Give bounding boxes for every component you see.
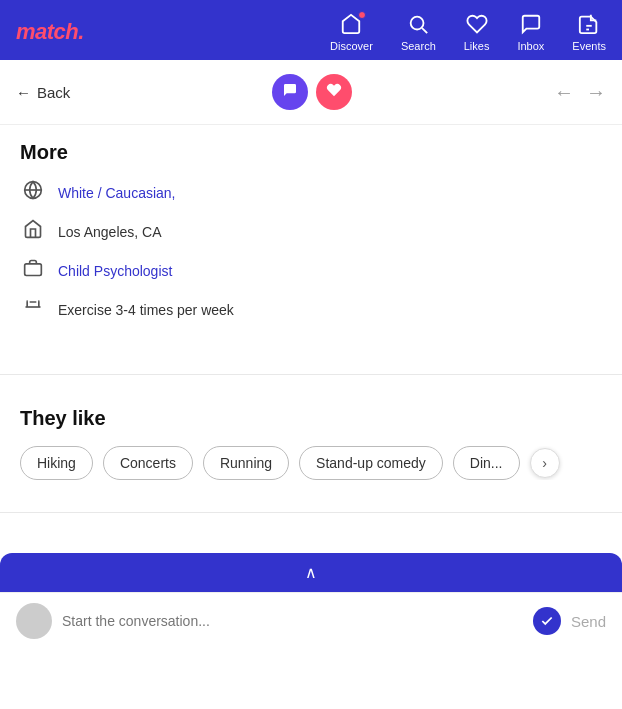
prev-button[interactable]: ← — [554, 81, 574, 104]
likes-icon — [466, 13, 488, 38]
exercise-icon — [20, 297, 46, 322]
nav-discover[interactable]: Discover — [330, 13, 373, 52]
section-divider — [0, 374, 622, 375]
chat-collapse-bar[interactable]: ∧ — [0, 553, 622, 592]
message-input-bar: Send — [0, 592, 622, 649]
svg-point-0 — [411, 16, 424, 29]
ethnicity-row: White / Caucasian, — [20, 180, 602, 205]
like-button[interactable] — [316, 74, 352, 110]
inbox-icon — [520, 13, 542, 38]
discover-icon — [340, 17, 362, 39]
svg-point-10 — [38, 300, 40, 302]
top-navigation: match. Discover Search — [0, 0, 622, 60]
interest-concerts: Concerts — [103, 446, 193, 480]
nav-search[interactable]: Search — [401, 13, 436, 52]
occupation-text: Child Psychologist — [58, 263, 172, 279]
notification-dot — [358, 11, 366, 19]
section-divider-2 — [0, 512, 622, 513]
chat-icon — [282, 82, 298, 102]
chat-button[interactable] — [272, 74, 308, 110]
app-logo: match. — [16, 19, 84, 45]
bottom-section: ∧ Send — [0, 553, 622, 649]
scroll-interests-right[interactable]: › — [530, 448, 560, 478]
occupation-row: Child Psychologist — [20, 258, 602, 283]
they-like-title: They like — [20, 407, 602, 430]
search-icon — [407, 13, 429, 38]
nav-events[interactable]: Events — [572, 13, 606, 52]
interest-standup: Stand-up comedy — [299, 446, 443, 480]
nav-inbox[interactable]: Inbox — [517, 13, 544, 52]
action-buttons — [272, 74, 352, 110]
job-icon — [20, 258, 46, 283]
svg-line-1 — [422, 28, 427, 33]
send-button[interactable]: Send — [571, 613, 606, 630]
interests-list: Hiking Concerts Running Stand-up comedy … — [20, 446, 602, 480]
interest-running: Running — [203, 446, 289, 480]
globe-icon — [20, 180, 46, 205]
exercise-text: Exercise 3-4 times per week — [58, 302, 234, 318]
back-bar: ← Back ← → — [0, 60, 622, 125]
check-icon — [533, 607, 561, 635]
back-button[interactable]: ← Back — [16, 84, 70, 101]
user-avatar — [16, 603, 52, 639]
next-button[interactable]: → — [586, 81, 606, 104]
home-icon — [20, 219, 46, 244]
ethnicity-text: White / Caucasian, — [58, 185, 176, 201]
nav-items: Discover Search Likes — [330, 13, 606, 52]
message-input[interactable] — [62, 613, 523, 629]
heart-icon — [326, 82, 342, 102]
exercise-row: Exercise 3-4 times per week — [20, 297, 602, 322]
nav-likes[interactable]: Likes — [464, 13, 490, 52]
location-row: Los Angeles, CA — [20, 219, 602, 244]
more-title: More — [20, 141, 602, 164]
svg-point-9 — [26, 300, 28, 302]
interest-din: Din... — [453, 446, 520, 480]
back-arrow-icon: ← — [16, 84, 31, 101]
chevron-up-icon: ∧ — [305, 563, 317, 582]
svg-rect-6 — [25, 264, 42, 276]
back-label: Back — [37, 84, 70, 101]
interest-hiking: Hiking — [20, 446, 93, 480]
events-icon — [578, 13, 600, 38]
location-text: Los Angeles, CA — [58, 224, 162, 240]
navigation-arrows: ← → — [554, 81, 606, 104]
profile-info-list: White / Caucasian, Los Angeles, CA Child… — [20, 180, 602, 322]
they-like-section: They like Hiking Concerts Running Stand-… — [0, 391, 622, 496]
more-section: More White / Caucasian, Los Angeles, CA — [0, 125, 622, 358]
